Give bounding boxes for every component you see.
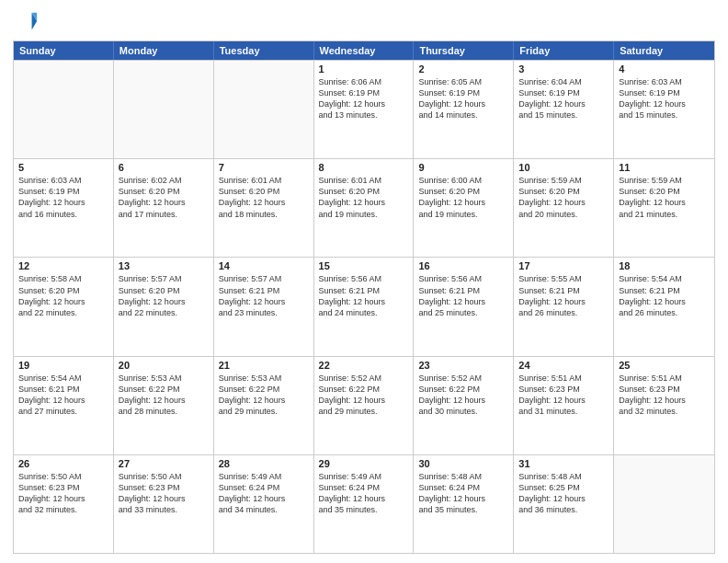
- cal-cell-24: 24Sunrise: 5:51 AM Sunset: 6:23 PM Dayli…: [514, 357, 614, 454]
- cal-cell-29: 29Sunrise: 5:49 AM Sunset: 6:24 PM Dayli…: [314, 455, 415, 553]
- cell-text: Sunrise: 6:05 AM Sunset: 6:19 PM Dayligh…: [418, 76, 508, 121]
- day-number: 27: [119, 458, 209, 469]
- cell-text: Sunrise: 5:57 AM Sunset: 6:21 PM Dayligh…: [219, 273, 309, 318]
- cal-cell-30: 30Sunrise: 5:48 AM Sunset: 6:24 PM Dayli…: [414, 455, 514, 553]
- day-number: 10: [518, 162, 609, 173]
- cell-text: Sunrise: 5:53 AM Sunset: 6:22 PM Dayligh…: [219, 373, 309, 418]
- cell-text: Sunrise: 5:51 AM Sunset: 6:23 PM Dayligh…: [619, 373, 710, 418]
- day-number: 26: [18, 458, 108, 469]
- cal-cell-empty-0-2: [214, 61, 314, 158]
- day-number: 3: [518, 63, 609, 75]
- cal-header-tuesday: Tuesday: [214, 41, 314, 60]
- cell-text: Sunrise: 6:00 AM Sunset: 6:20 PM Dayligh…: [418, 175, 508, 220]
- day-number: 1: [319, 63, 409, 75]
- cal-header-sunday: Sunday: [14, 41, 114, 60]
- cell-text: Sunrise: 6:01 AM Sunset: 6:20 PM Dayligh…: [319, 175, 409, 220]
- cell-text: Sunrise: 5:59 AM Sunset: 6:20 PM Dayligh…: [518, 175, 609, 220]
- day-number: 28: [219, 458, 309, 469]
- day-number: 13: [119, 260, 209, 271]
- cell-text: Sunrise: 5:53 AM Sunset: 6:22 PM Dayligh…: [119, 373, 209, 418]
- cal-header-wednesday: Wednesday: [314, 41, 415, 60]
- cal-cell-17: 17Sunrise: 5:55 AM Sunset: 6:21 PM Dayli…: [514, 258, 614, 355]
- cal-cell-31: 31Sunrise: 5:48 AM Sunset: 6:25 PM Dayli…: [514, 455, 614, 553]
- day-number: 19: [18, 360, 108, 371]
- calendar: SundayMondayTuesdayWednesdayThursdayFrid…: [13, 40, 715, 554]
- day-number: 7: [219, 162, 309, 173]
- cell-text: Sunrise: 6:01 AM Sunset: 6:20 PM Dayligh…: [219, 175, 309, 220]
- cal-cell-26: 26Sunrise: 5:50 AM Sunset: 6:23 PM Dayli…: [14, 455, 114, 553]
- day-number: 31: [518, 458, 609, 469]
- cal-row-2: 12Sunrise: 5:58 AM Sunset: 6:20 PM Dayli…: [14, 257, 714, 355]
- cal-cell-23: 23Sunrise: 5:52 AM Sunset: 6:22 PM Dayli…: [414, 357, 514, 454]
- cal-cell-2: 2Sunrise: 6:05 AM Sunset: 6:19 PM Daylig…: [414, 61, 514, 158]
- day-number: 23: [418, 360, 508, 371]
- calendar-header: SundayMondayTuesdayWednesdayThursdayFrid…: [14, 41, 714, 60]
- cal-cell-18: 18Sunrise: 5:54 AM Sunset: 6:21 PM Dayli…: [614, 258, 714, 355]
- day-number: 14: [219, 260, 309, 271]
- cal-row-0: 1Sunrise: 6:06 AM Sunset: 6:19 PM Daylig…: [14, 60, 714, 158]
- cell-text: Sunrise: 5:49 AM Sunset: 6:24 PM Dayligh…: [319, 471, 409, 516]
- calendar-body: 1Sunrise: 6:06 AM Sunset: 6:19 PM Daylig…: [14, 60, 714, 553]
- cell-text: Sunrise: 6:04 AM Sunset: 6:19 PM Dayligh…: [518, 76, 609, 121]
- cal-cell-7: 7Sunrise: 6:01 AM Sunset: 6:20 PM Daylig…: [214, 159, 314, 257]
- cell-text: Sunrise: 5:50 AM Sunset: 6:23 PM Dayligh…: [119, 471, 209, 516]
- cell-text: Sunrise: 5:49 AM Sunset: 6:24 PM Dayligh…: [219, 471, 309, 516]
- day-number: 21: [219, 360, 309, 371]
- cal-cell-11: 11Sunrise: 5:59 AM Sunset: 6:20 PM Dayli…: [614, 159, 714, 257]
- cal-header-monday: Monday: [114, 41, 214, 60]
- day-number: 18: [619, 260, 710, 271]
- cell-text: Sunrise: 5:48 AM Sunset: 6:25 PM Dayligh…: [518, 471, 609, 516]
- cal-cell-13: 13Sunrise: 5:57 AM Sunset: 6:20 PM Dayli…: [114, 258, 214, 355]
- cal-cell-3: 3Sunrise: 6:04 AM Sunset: 6:19 PM Daylig…: [514, 61, 614, 158]
- cal-cell-19: 19Sunrise: 5:54 AM Sunset: 6:21 PM Dayli…: [14, 357, 114, 454]
- day-number: 5: [18, 162, 108, 173]
- cell-text: Sunrise: 5:59 AM Sunset: 6:20 PM Dayligh…: [619, 175, 710, 220]
- cal-cell-22: 22Sunrise: 5:52 AM Sunset: 6:22 PM Dayli…: [314, 357, 415, 454]
- cal-cell-21: 21Sunrise: 5:53 AM Sunset: 6:22 PM Dayli…: [214, 357, 314, 454]
- logo: [13, 9, 42, 35]
- cell-text: Sunrise: 5:57 AM Sunset: 6:20 PM Dayligh…: [119, 273, 209, 318]
- cal-cell-4: 4Sunrise: 6:03 AM Sunset: 6:19 PM Daylig…: [614, 61, 714, 158]
- cal-cell-10: 10Sunrise: 5:59 AM Sunset: 6:20 PM Dayli…: [514, 159, 614, 257]
- day-number: 16: [418, 260, 508, 271]
- day-number: 6: [119, 162, 209, 173]
- cell-text: Sunrise: 6:03 AM Sunset: 6:19 PM Dayligh…: [18, 175, 108, 220]
- cal-cell-16: 16Sunrise: 5:56 AM Sunset: 6:21 PM Dayli…: [414, 258, 514, 355]
- cell-text: Sunrise: 5:51 AM Sunset: 6:23 PM Dayligh…: [518, 373, 609, 418]
- cell-text: Sunrise: 5:52 AM Sunset: 6:22 PM Dayligh…: [319, 373, 409, 418]
- cell-text: Sunrise: 6:02 AM Sunset: 6:20 PM Dayligh…: [119, 175, 209, 220]
- day-number: 11: [619, 162, 710, 173]
- cal-cell-9: 9Sunrise: 6:00 AM Sunset: 6:20 PM Daylig…: [414, 159, 514, 257]
- cal-cell-15: 15Sunrise: 5:56 AM Sunset: 6:21 PM Dayli…: [314, 258, 415, 355]
- cal-cell-empty-0-1: [114, 61, 214, 158]
- cell-text: Sunrise: 6:06 AM Sunset: 6:19 PM Dayligh…: [319, 76, 409, 121]
- cal-row-1: 5Sunrise: 6:03 AM Sunset: 6:19 PM Daylig…: [14, 158, 714, 257]
- cell-text: Sunrise: 5:48 AM Sunset: 6:24 PM Dayligh…: [418, 471, 508, 516]
- logo-icon: [13, 9, 39, 35]
- cal-cell-empty-0-0: [14, 61, 114, 158]
- day-number: 15: [319, 260, 409, 271]
- cal-cell-28: 28Sunrise: 5:49 AM Sunset: 6:24 PM Dayli…: [214, 455, 314, 553]
- day-number: 8: [319, 162, 409, 173]
- day-number: 9: [418, 162, 508, 173]
- day-number: 30: [418, 458, 508, 469]
- cell-text: Sunrise: 5:56 AM Sunset: 6:21 PM Dayligh…: [418, 273, 508, 318]
- day-number: 24: [518, 360, 609, 371]
- cal-cell-8: 8Sunrise: 6:01 AM Sunset: 6:20 PM Daylig…: [314, 159, 415, 257]
- page: SundayMondayTuesdayWednesdayThursdayFrid…: [0, 0, 728, 563]
- cell-text: Sunrise: 5:54 AM Sunset: 6:21 PM Dayligh…: [18, 373, 108, 418]
- cal-row-3: 19Sunrise: 5:54 AM Sunset: 6:21 PM Dayli…: [14, 356, 714, 454]
- cell-text: Sunrise: 5:56 AM Sunset: 6:21 PM Dayligh…: [319, 273, 409, 318]
- cell-text: Sunrise: 5:58 AM Sunset: 6:20 PM Dayligh…: [18, 273, 108, 318]
- cal-row-4: 26Sunrise: 5:50 AM Sunset: 6:23 PM Dayli…: [14, 454, 714, 553]
- cal-header-thursday: Thursday: [414, 41, 514, 60]
- cal-header-friday: Friday: [514, 41, 614, 60]
- day-number: 29: [319, 458, 409, 469]
- day-number: 20: [119, 360, 209, 371]
- day-number: 25: [619, 360, 710, 371]
- cal-header-saturday: Saturday: [614, 41, 714, 60]
- cal-cell-12: 12Sunrise: 5:58 AM Sunset: 6:20 PM Dayli…: [14, 258, 114, 355]
- cell-text: Sunrise: 5:50 AM Sunset: 6:23 PM Dayligh…: [18, 471, 108, 516]
- cal-cell-14: 14Sunrise: 5:57 AM Sunset: 6:21 PM Dayli…: [214, 258, 314, 355]
- cal-cell-25: 25Sunrise: 5:51 AM Sunset: 6:23 PM Dayli…: [614, 357, 714, 454]
